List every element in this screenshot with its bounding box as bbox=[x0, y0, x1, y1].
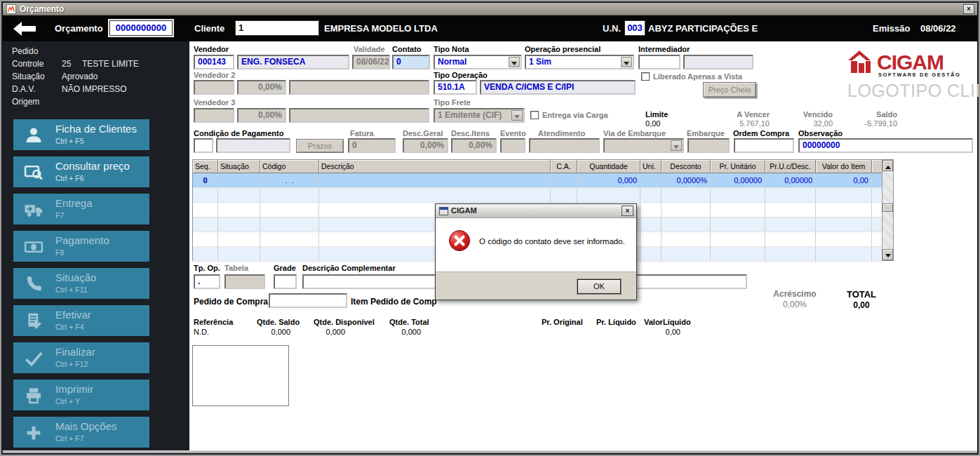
acrescimo-label: Acréscimo bbox=[770, 289, 819, 299]
operacao-presencial-select[interactable]: 1 Sim bbox=[525, 55, 634, 69]
truck-icon bbox=[23, 199, 44, 220]
vendedor-label: Vendedor bbox=[194, 45, 229, 53]
validade-field: 08/06/22 bbox=[352, 55, 390, 69]
un-name: ABYZ PARTICIPAÇÕES E bbox=[648, 23, 758, 34]
table-row[interactable] bbox=[193, 188, 882, 203]
prazos-button[interactable]: Prazos bbox=[296, 139, 344, 153]
sidebar-button-pagamento[interactable]: Pagamento F8 bbox=[13, 231, 149, 262]
desc-geral-label: Desc.Geral bbox=[403, 129, 443, 138]
error-message: O código do contato deve ser informado. bbox=[479, 237, 625, 246]
preco-cheio-button[interactable]: Preço Cheio bbox=[703, 82, 756, 98]
intermediador-name-field bbox=[683, 55, 753, 69]
desc-geral-field: 0,00% bbox=[403, 138, 448, 153]
orcamento-window: Orçamento × Orçamento 0000000000 Cliente… bbox=[0, 0, 980, 456]
error-dialog-titlebar: CIGAM × bbox=[436, 204, 636, 218]
sidebar-button-imprimir[interactable]: Imprimir Ctrl + Y bbox=[13, 380, 149, 410]
qtde-total-value: 0,000 bbox=[387, 328, 421, 336]
col-valor-item[interactable]: Valor do Item bbox=[816, 160, 872, 173]
orcamento-number-input[interactable]: 0000000000 bbox=[109, 20, 173, 36]
vendedor2-name-field bbox=[289, 80, 429, 95]
dialog-app-icon bbox=[439, 207, 448, 215]
sidebar-button-situacao[interactable]: Situação Ctrl + F11 bbox=[13, 268, 149, 299]
scrollbar-thumb[interactable] bbox=[882, 203, 893, 212]
grade-field[interactable] bbox=[274, 274, 297, 289]
check-icon bbox=[23, 348, 44, 369]
tipo-frete-select: 1 Emitente (CIF) bbox=[434, 108, 525, 123]
sidebar-button-entrega[interactable]: Entrega F7 bbox=[13, 194, 149, 224]
tp-op-label: Tp. Op. bbox=[194, 264, 220, 272]
col-pr-uc-desc[interactable]: Pr.U.c/Desc. bbox=[765, 160, 816, 173]
origem-label: Origem bbox=[12, 97, 39, 107]
vencido-label: Vencido bbox=[786, 110, 833, 119]
referencia-value: N.D. bbox=[194, 328, 209, 336]
person-icon bbox=[23, 125, 44, 146]
acrescimo-value: 0,00% bbox=[770, 300, 819, 309]
col-pr-unitario[interactable]: Pr. Unitário bbox=[711, 160, 765, 173]
qtde-saldo-value: 0,000 bbox=[257, 328, 290, 336]
chevron-down-icon[interactable] bbox=[509, 57, 520, 67]
orcamento-label: Orçamento bbox=[55, 23, 103, 34]
pr-original-label: Pr. Original bbox=[542, 318, 583, 326]
liberado-avista-checkbox[interactable] bbox=[641, 72, 650, 81]
col-seq[interactable]: Seq. bbox=[193, 160, 218, 173]
vendedor-code-field[interactable]: 000143 bbox=[194, 55, 234, 69]
cliente-input[interactable]: 1 bbox=[235, 20, 319, 36]
desc-itens-label: Desc.Itens bbox=[451, 129, 490, 138]
condicao-pagamento-label: Condição de Pagamento bbox=[194, 129, 283, 138]
observacao-field[interactable]: 00000000 bbox=[798, 138, 973, 153]
un-input[interactable]: 003 bbox=[624, 20, 645, 36]
printer-icon bbox=[23, 385, 44, 406]
ok-button[interactable]: OK bbox=[577, 279, 621, 294]
vendedor2-label: Vendedor 2 bbox=[194, 71, 235, 79]
scroll-down-button[interactable] bbox=[882, 249, 893, 260]
tipo-nota-select[interactable]: Normal bbox=[434, 55, 522, 69]
situacao-value: Aprovado bbox=[62, 72, 98, 81]
pedido-compra-field[interactable] bbox=[269, 293, 347, 308]
col-situacao[interactable]: Situação bbox=[218, 160, 260, 173]
vendedor2-code-field bbox=[194, 80, 234, 95]
tipo-frete-label: Tipo Frete bbox=[434, 98, 471, 107]
window-bottom-frame bbox=[3, 450, 977, 453]
item-pedido-label: Item Pedido de Comp bbox=[351, 297, 437, 307]
cigam-logo-icon bbox=[847, 49, 875, 74]
tp-op-field[interactable]: . bbox=[194, 274, 220, 289]
sidebar-button-efetivar[interactable]: Efetivar Ctrl + F4 bbox=[13, 305, 149, 336]
vendedor2-pct-field: 0,00% bbox=[237, 80, 286, 95]
sidebar-button-ficha-clientes[interactable]: Ficha de Clientes Ctrl + F5 bbox=[13, 119, 149, 150]
notes-box[interactable] bbox=[192, 345, 289, 406]
contato-label: Contato bbox=[392, 45, 422, 53]
condicao-code-field[interactable] bbox=[194, 138, 213, 153]
total-value: 0,00 bbox=[842, 300, 881, 310]
col-uni[interactable]: Uni. bbox=[640, 160, 662, 173]
entrega-via-carga-checkbox[interactable] bbox=[530, 111, 539, 119]
saldo-label: Saldo bbox=[847, 110, 897, 119]
evento-label: Evento bbox=[500, 129, 526, 138]
ordem-compra-field[interactable] bbox=[734, 138, 794, 153]
back-arrow-icon[interactable] bbox=[13, 21, 36, 36]
window-close-button[interactable]: × bbox=[963, 4, 974, 14]
tipo-operacao-code-field[interactable]: 510.1A bbox=[434, 80, 477, 95]
intermediador-code-field[interactable] bbox=[638, 55, 680, 69]
col-quantidade[interactable]: Quantidade bbox=[577, 160, 640, 173]
contato-field[interactable]: 0 bbox=[392, 55, 430, 69]
sidebar-button-mais-opcoes[interactable]: Mais Opções Ctrl + F7 bbox=[13, 417, 149, 448]
sidebar-button-finalizar[interactable]: Finalizar Ctrl + F12 bbox=[13, 342, 149, 373]
intermediador-label: Intermediador bbox=[638, 45, 690, 53]
pr-liquido-label: Pr. Líquido bbox=[596, 318, 636, 326]
qtde-total-label: Qtde. Total bbox=[389, 318, 429, 326]
chevron-down-icon[interactable] bbox=[621, 57, 632, 67]
col-ca[interactable]: C.A. bbox=[551, 160, 577, 173]
document-check-icon bbox=[23, 311, 44, 332]
fatura-label: Fatura bbox=[350, 129, 374, 138]
col-codigo[interactable]: Código bbox=[260, 160, 319, 173]
table-scrollbar[interactable] bbox=[882, 160, 893, 260]
scroll-up-button[interactable] bbox=[882, 160, 893, 171]
dialog-close-button[interactable]: × bbox=[622, 206, 633, 216]
col-desconto[interactable]: Desconto bbox=[662, 160, 711, 173]
ordem-compra-label: Ordem Compra bbox=[733, 129, 789, 138]
fatura-field: 0 bbox=[348, 138, 396, 153]
table-row-selected[interactable]: 0 . . 0,000 0,0000% 0,00000 0,00000 0,00 bbox=[193, 173, 882, 188]
evento-field bbox=[500, 138, 525, 153]
col-descricao[interactable]: Descrição bbox=[319, 160, 551, 173]
sidebar-button-consultar-preco[interactable]: Consultar preço Ctrl + F6 bbox=[13, 156, 149, 187]
